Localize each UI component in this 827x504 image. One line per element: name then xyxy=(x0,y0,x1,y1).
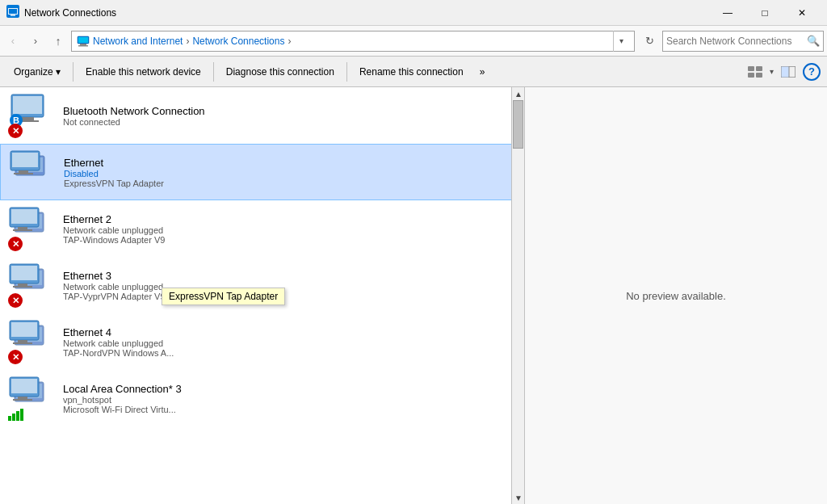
ethernet3-icon-container: ✕ xyxy=(8,262,53,308)
connection-adapter-ethernet3: TAP-VyprVPN Adapter V9 xyxy=(63,292,516,301)
svg-rect-7 xyxy=(78,45,88,47)
breadcrumb-network-connections[interactable]: Network Connections xyxy=(192,36,284,47)
svg-rect-16 xyxy=(21,117,34,120)
connection-status-ethernet: Disabled xyxy=(64,169,515,178)
breadcrumb-icon xyxy=(77,35,90,48)
toolbar-separator-1 xyxy=(73,62,73,82)
svg-rect-42 xyxy=(18,340,27,342)
connection-status-ethernet2: Network cable unplugged xyxy=(63,225,516,235)
connection-adapter-ethernet: ExpressVPN Tap Adapter xyxy=(64,178,515,188)
svg-rect-23 xyxy=(12,153,38,167)
up-button[interactable]: ↑ xyxy=(48,32,68,51)
svg-rect-5 xyxy=(78,37,88,43)
search-input[interactable] xyxy=(666,36,807,47)
connection-status-local-area: vpn_hotspot xyxy=(63,395,516,405)
connection-item-ethernet[interactable]: Ethernet Disabled ExpressVPN Tap Adapter xyxy=(0,144,524,200)
connection-name-ethernet2: Ethernet 2 xyxy=(63,213,516,225)
connection-item-local-area[interactable]: Local Area Connection* 3 vpn_hotspot Mic… xyxy=(0,370,524,426)
tooltip-text: ExpressVPN Tap Adapter xyxy=(169,291,278,302)
toolbar-separator-2 xyxy=(213,62,214,82)
ethernet4-icon-container: ✕ xyxy=(8,319,53,364)
bluetooth-icon-container: B ✕ xyxy=(8,93,53,138)
connection-status-ethernet4: Network cable unplugged xyxy=(63,338,516,348)
wifi-computer-icon xyxy=(8,376,50,411)
address-bar: ‹ › ↑ Network and Internet › Network Con… xyxy=(0,26,827,57)
connection-status-bluetooth: Not connected xyxy=(63,117,516,127)
connection-item-bluetooth[interactable]: B ✕ Bluetooth Network Connection Not con… xyxy=(0,87,524,144)
window-controls: — □ ✕ xyxy=(709,0,821,26)
breadcrumb-dropdown[interactable]: ▾ xyxy=(613,31,629,52)
svg-rect-31 xyxy=(13,229,32,231)
connection-info-bluetooth: Bluetooth Network Connection Not connect… xyxy=(63,105,516,127)
maximize-button[interactable]: □ xyxy=(746,0,783,26)
scroll-up-button[interactable]: ▲ xyxy=(512,87,525,100)
svg-rect-43 xyxy=(13,342,32,344)
view-options-button[interactable] xyxy=(744,61,766,83)
scroll-thumb[interactable] xyxy=(513,100,523,149)
svg-rect-47 xyxy=(11,379,37,393)
no-preview-text: No preview available. xyxy=(626,290,726,302)
connection-adapter-ethernet4: TAP-NordVPN Windows A... xyxy=(63,348,516,358)
toolbar-right: ▾ ? xyxy=(744,61,821,83)
search-box: 🔍 xyxy=(662,31,824,52)
connection-info-ethernet: Ethernet Disabled ExpressVPN Tap Adapter xyxy=(64,157,515,188)
svg-rect-25 xyxy=(14,173,33,174)
connection-adapter-local-area: Microsoft Wi-Fi Direct Virtu... xyxy=(63,405,516,414)
ethernet-icon-container xyxy=(9,149,54,195)
forward-button[interactable]: › xyxy=(26,32,45,51)
svg-rect-29 xyxy=(11,209,37,224)
connection-name-bluetooth: Bluetooth Network Connection xyxy=(63,105,516,117)
connection-adapter-ethernet2: TAP-Windows Adapter V9 xyxy=(63,235,516,245)
rename-connection-button[interactable]: Rename this connection xyxy=(352,61,471,83)
toolbar: Organize ▾ Enable this network device Di… xyxy=(0,57,827,87)
connection-info-ethernet4: Ethernet 4 Network cable unplugged TAP-N… xyxy=(63,326,516,358)
minimize-button[interactable]: — xyxy=(709,0,746,26)
connection-item-ethernet2[interactable]: ✕ Ethernet 2 Network cable unplugged TAP… xyxy=(0,200,524,257)
connection-info-ethernet2: Ethernet 2 Network cable unplugged TAP-W… xyxy=(63,213,516,245)
help-button[interactable]: ? xyxy=(803,63,821,81)
svg-rect-10 xyxy=(748,73,754,78)
close-button[interactable]: ✕ xyxy=(783,0,821,26)
svg-rect-15 xyxy=(13,96,42,114)
wifi-signal-icon xyxy=(8,409,23,421)
error-badge: ✕ xyxy=(8,124,23,138)
svg-rect-36 xyxy=(18,284,27,286)
connection-item-ethernet4[interactable]: ✕ Ethernet 4 Network cable unplugged TAP… xyxy=(0,313,524,370)
svg-rect-11 xyxy=(756,73,762,78)
more-options-button[interactable]: » xyxy=(472,61,493,83)
tooltip: ExpressVPN Tap Adapter xyxy=(162,288,285,305)
view-arrow: ▾ xyxy=(770,67,774,76)
svg-rect-30 xyxy=(18,227,27,229)
diagnose-connection-button[interactable]: Diagnose this connection xyxy=(219,61,342,83)
enable-network-device-button[interactable]: Enable this network device xyxy=(78,61,208,83)
svg-rect-24 xyxy=(19,170,28,173)
ethernet2-icon-container: ✕ xyxy=(8,206,53,251)
svg-rect-35 xyxy=(11,266,37,280)
svg-rect-6 xyxy=(80,44,86,45)
layout-button[interactable] xyxy=(777,61,800,83)
error-badge-4: ✕ xyxy=(8,350,23,364)
search-icon[interactable]: 🔍 xyxy=(807,35,820,47)
svg-rect-13 xyxy=(781,66,789,78)
right-panel: No preview available. xyxy=(525,87,827,504)
title-bar: Network Connections — □ ✕ xyxy=(0,0,827,26)
scroll-down-button[interactable]: ▼ xyxy=(512,491,525,504)
window-icon xyxy=(6,5,19,20)
bluetooth-computer-icon: B xyxy=(8,93,47,125)
refresh-button[interactable]: ↻ xyxy=(640,32,659,51)
connection-name-ethernet4: Ethernet 4 xyxy=(63,326,516,338)
scrollbar: ▲ ▼ xyxy=(511,87,524,504)
local-area-icon-container xyxy=(8,376,53,421)
window-title: Network Connections xyxy=(24,7,709,19)
connection-name-ethernet: Ethernet xyxy=(64,157,515,169)
svg-rect-49 xyxy=(13,399,32,401)
breadcrumb-sep-1: › xyxy=(186,36,189,47)
organize-button[interactable]: Organize ▾ xyxy=(6,61,68,83)
breadcrumb-network-internet[interactable]: Network and Internet xyxy=(93,36,183,47)
svg-rect-3 xyxy=(10,15,15,16)
breadcrumb-bar: Network and Internet › Network Connectio… xyxy=(71,31,635,52)
svg-rect-8 xyxy=(748,66,754,71)
back-button[interactable]: ‹ xyxy=(3,32,23,51)
svg-rect-9 xyxy=(756,66,762,71)
toolbar-separator-3 xyxy=(346,62,347,82)
